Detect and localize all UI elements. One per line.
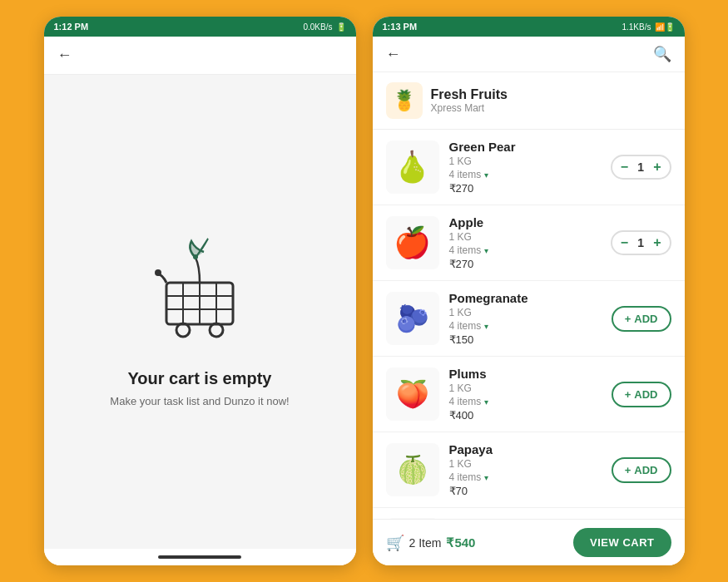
store-icon: 🍍 [386,82,423,119]
products-list: 🍐 Green Pear 1 KG 4 items ▾ ₹270 − 1 + [373,130,685,519]
add-label: ADD [634,313,657,325]
left-nav-bar: ← [44,37,356,75]
product-name: Green Pear [449,140,601,154]
product-name: Papaya [449,442,602,456]
store-info: Fresh Fruits Xpress Mart [431,87,508,114]
plus-icon: + [625,464,631,476]
right-status-icons: 1.1KB/s 📶🔋 [622,22,674,32]
product-weight: 1 KG [449,382,602,394]
product-item-green-pear: 🍐 Green Pear 1 KG 4 items ▾ ₹270 − 1 + [373,130,685,205]
product-details-apple: Apple 1 KG 4 items ▾ ₹270 [449,215,601,270]
qty-number: 1 [635,160,646,174]
product-items-row[interactable]: 4 items ▾ [449,169,601,180]
product-details-papaya: Papaya 1 KG 4 items ▾ ₹70 [449,442,602,497]
store-vendor: Xpress Mart [431,102,508,114]
search-icon[interactable]: 🔍 [653,45,671,63]
chevron-down-icon: ▾ [484,322,488,331]
product-details-plums: Plums 1 KG 4 items ▾ ₹400 [449,367,602,422]
product-image-apple: 🍎 [386,216,439,269]
product-items-row[interactable]: 4 items ▾ [449,244,601,256]
product-weight: 1 KG [449,231,601,243]
right-nav-bar: ← 🔍 [373,37,685,72]
product-image-papaya: 🍈 [386,443,439,496]
plus-icon: + [625,313,631,325]
product-item-pomegranate: 🫐 Pomegranate 1 KG 4 items ▾ ₹150 + ADD [373,281,685,357]
product-weight: 1 KG [449,458,602,470]
right-status-bar: 1:13 PM 1.1KB/s 📶🔋 [373,17,685,37]
product-price: ₹270 [449,182,601,195]
product-items-row[interactable]: 4 items ▾ [449,320,602,332]
empty-cart-subtitle: Make your task list and Dunzo it now! [110,395,289,407]
add-button-3[interactable]: + ADD [612,382,671,407]
product-item-green-apple: 🍏 Green Apple 1 KG + ADD [373,508,685,519]
product-name: Pomegranate [449,291,602,305]
back-button[interactable]: ← [57,47,72,64]
empty-cart-text: Your cart is empty Make your task list a… [110,369,289,407]
plus-icon: + [625,388,631,401]
phones-container: 1:12 PM 0.0KB/s 🔋 ← [44,17,685,565]
right-back-button[interactable]: ← [386,46,401,63]
left-status-icons: 0.0KB/s 🔋 [303,22,345,32]
right-phone: 1:13 PM 1.1KB/s 📶🔋 ← 🔍 🍍 Fresh Fruits Xp… [373,17,685,565]
add-button-2[interactable]: + ADD [612,306,671,332]
product-weight: 1 KG [449,307,602,318]
product-item-plums: 🍑 Plums 1 KG 4 items ▾ ₹400 + ADD [373,357,685,432]
product-item-papaya: 🍈 Papaya 1 KG 4 items ▾ ₹70 + ADD [373,432,685,508]
empty-cart-title: Your cart is empty [110,369,289,388]
left-phone: 1:12 PM 0.0KB/s 🔋 ← [44,17,356,565]
minus-button[interactable]: − [621,160,628,175]
left-time: 1:12 PM [54,22,89,32]
right-time: 1:13 PM [383,22,418,32]
svg-point-6 [155,269,161,276]
chevron-down-icon: ▾ [484,473,488,482]
empty-cart-content: Your cart is empty Make your task list a… [44,75,356,549]
product-items-row[interactable]: 4 items ▾ [449,471,602,483]
product-name: Plums [449,367,602,381]
cart-item-count: 2 Item [409,536,442,550]
add-label: ADD [634,464,657,476]
cart-icon: 🛒 [386,534,404,552]
product-image-pomegranate: 🫐 [386,292,439,345]
product-name: Apple [449,215,601,229]
qty-number: 1 [635,236,646,249]
product-price: ₹400 [449,409,602,422]
product-price: ₹70 [449,485,602,497]
quantity-stepper-1[interactable]: − 1 + [611,230,671,255]
product-weight: 1 KG [449,155,601,167]
plus-button[interactable]: + [653,160,661,175]
chevron-down-icon: ▾ [484,397,488,407]
cart-count: 🛒 2 Item ₹540 [386,534,564,552]
product-price: ₹150 [449,333,602,346]
cart-illustration [133,216,266,349]
left-home-indicator [44,549,356,565]
product-image-green-pear: 🍐 [386,141,439,194]
store-header: 🍍 Fresh Fruits Xpress Mart [373,72,685,130]
plus-button[interactable]: + [653,235,661,250]
product-details-pomegranate: Pomegranate 1 KG 4 items ▾ ₹150 [449,291,602,346]
add-button-4[interactable]: + ADD [612,457,671,483]
cart-total: ₹540 [446,535,475,550]
view-cart-button[interactable]: VIEW CART [573,528,671,557]
cart-bar: 🛒 2 Item ₹540 VIEW CART [373,519,685,565]
quantity-stepper-0[interactable]: − 1 + [611,155,671,180]
add-label: ADD [634,388,657,401]
product-items-row[interactable]: 4 items ▾ [449,396,602,407]
product-image-plums: 🍑 [386,367,439,421]
chevron-down-icon: ▾ [484,246,488,255]
home-bar [158,555,241,559]
svg-point-9 [193,254,198,259]
product-details-green-pear: Green Pear 1 KG 4 items ▾ ₹270 [449,140,601,195]
minus-button[interactable]: − [621,235,628,250]
product-image-green-apple: 🍏 [386,518,439,519]
left-status-bar: 1:12 PM 0.0KB/s 🔋 [44,17,356,37]
chevron-down-icon: ▾ [484,170,488,180]
product-item-apple: 🍎 Apple 1 KG 4 items ▾ ₹270 − 1 + [373,205,685,281]
store-name: Fresh Fruits [431,87,508,102]
product-price: ₹270 [449,258,601,270]
